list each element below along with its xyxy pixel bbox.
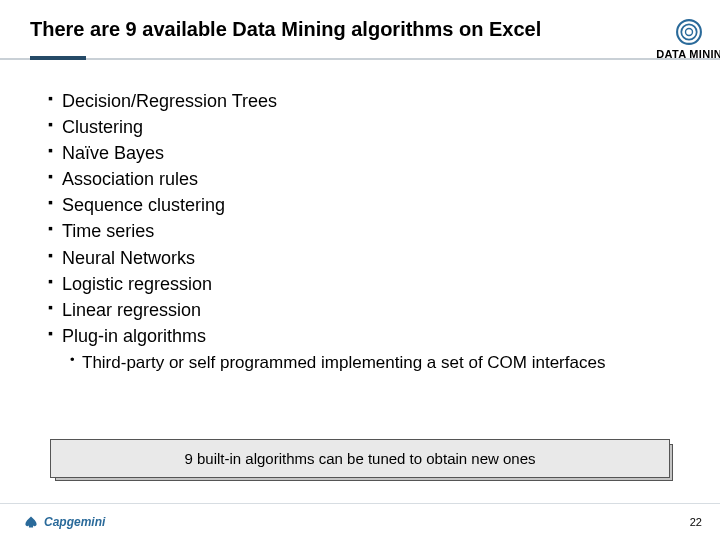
list-item: Plug-in algorithms (48, 323, 680, 349)
slide-header: There are 9 available Data Mining algori… (0, 0, 720, 60)
title-underline (30, 56, 86, 60)
spade-icon (22, 515, 40, 529)
list-item: Decision/Regression Trees (48, 88, 680, 114)
svg-point-2 (686, 29, 693, 36)
list-item: Association rules (48, 166, 680, 192)
list-item: Clustering (48, 114, 680, 140)
list-item: Logistic regression (48, 271, 680, 297)
list-item: Time series (48, 218, 680, 244)
logo-text: Capgemini (44, 515, 105, 529)
slide-footer: Capgemini 22 (0, 504, 720, 540)
list-item: Neural Networks (48, 245, 680, 271)
page-number: 22 (690, 516, 702, 528)
callout-text: 9 built-in algorithms can be tuned to ob… (50, 439, 670, 478)
list-item: Naïve Bayes (48, 140, 680, 166)
slide-title: There are 9 available Data Mining algori… (30, 18, 656, 41)
bullet-list: Decision/Regression Trees Clustering Naï… (48, 88, 680, 349)
slide-content: Decision/Regression Trees Clustering Naï… (0, 60, 720, 375)
logo: Capgemini (22, 515, 105, 529)
header-badge: DATA MININ (656, 18, 720, 60)
list-item: Third-party or self programmed implement… (70, 351, 680, 375)
list-item: Linear regression (48, 297, 680, 323)
list-item: Sequence clustering (48, 192, 680, 218)
sub-bullet-list: Third-party or self programmed implement… (48, 351, 680, 375)
svg-point-1 (681, 24, 696, 39)
badge-label: DATA MININ (656, 48, 720, 60)
ring-icon (675, 18, 703, 46)
callout-box: 9 built-in algorithms can be tuned to ob… (50, 439, 670, 478)
